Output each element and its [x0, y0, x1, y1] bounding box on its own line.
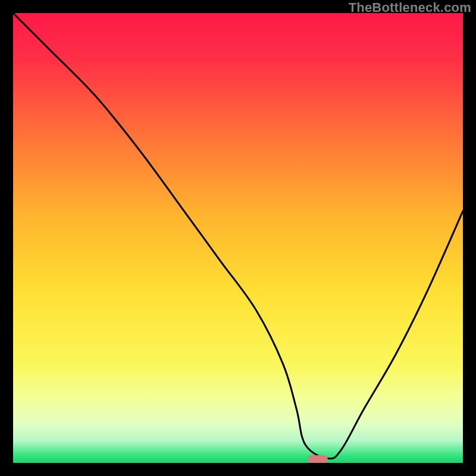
bottleneck-curve [13, 13, 463, 463]
plot-area [13, 13, 463, 463]
curve-path [13, 13, 463, 459]
chart-frame: TheBottleneck.com [0, 0, 476, 476]
watermark-text: TheBottleneck.com [349, 0, 471, 15]
optimal-marker [308, 455, 328, 463]
